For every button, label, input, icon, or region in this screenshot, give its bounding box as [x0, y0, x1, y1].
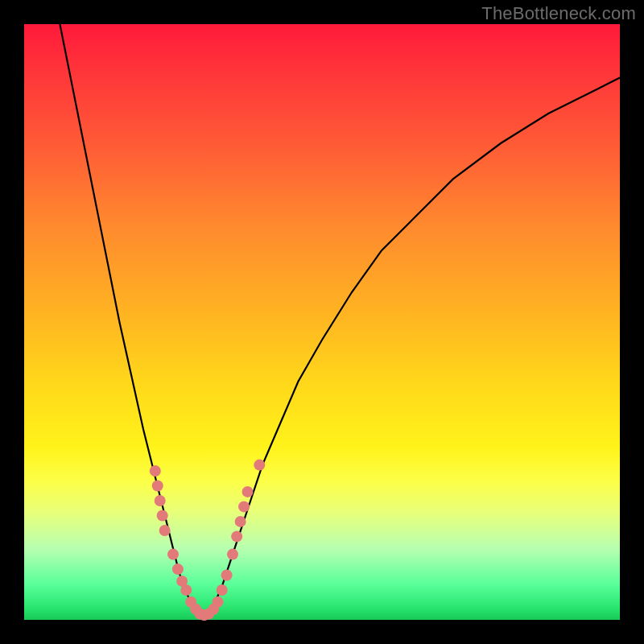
curve-left-branch — [60, 24, 203, 617]
data-point — [238, 501, 250, 512]
data-point — [172, 564, 184, 575]
data-point — [157, 510, 168, 522]
data-point — [150, 465, 161, 477]
data-point — [231, 530, 242, 542]
data-point — [221, 570, 233, 581]
marker-group — [150, 460, 265, 621]
data-point — [227, 549, 238, 560]
data-point — [213, 597, 224, 608]
watermark-text: TheBottleneck.com — [481, 3, 636, 24]
curve-group — [60, 24, 620, 617]
data-point — [254, 460, 265, 471]
data-point — [180, 584, 192, 596]
data-point — [167, 549, 179, 560]
chart-gradient-background — [24, 24, 620, 620]
data-point — [159, 525, 171, 536]
data-point — [152, 481, 163, 492]
data-point — [155, 495, 166, 506]
data-point — [242, 486, 254, 497]
bottleneck-chart — [24, 24, 620, 620]
curve-right-branch — [203, 78, 620, 617]
data-point — [217, 584, 228, 596]
data-point — [235, 516, 246, 527]
